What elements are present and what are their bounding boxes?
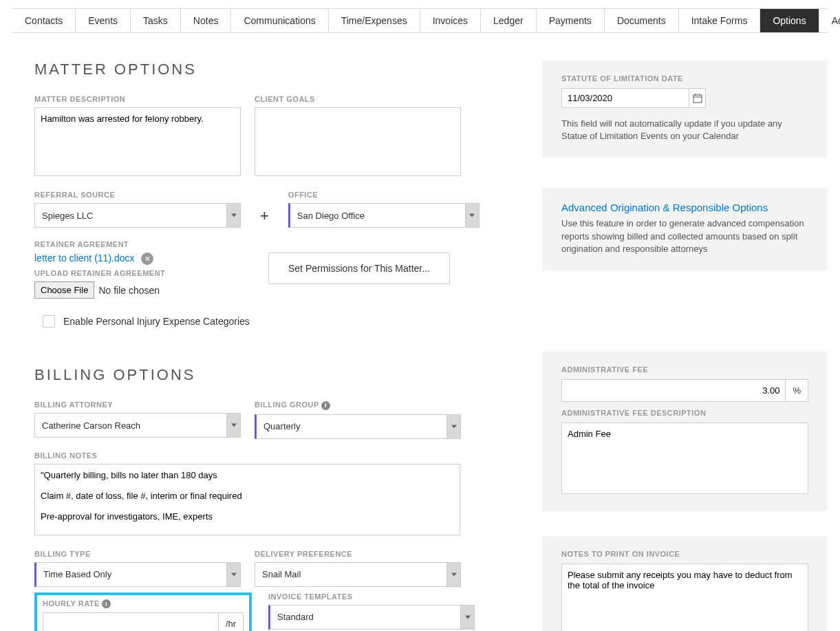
advanced-origination-link[interactable]: Advanced Origination & Responsible Optio… [561,202,808,213]
invoice-notes-label: NOTES TO PRINT ON INVOICE [561,550,808,558]
pi-expense-checkbox-label: Enable Personal Injury Expense Categorie… [63,316,250,327]
hourly-rate-suffix: /hr [219,612,244,631]
billing-type-select[interactable]: Time Based Only [34,562,227,587]
admin-fee-input[interactable] [561,379,786,402]
statute-helper-text: This field will not automatically update… [561,118,808,142]
retainer-file-link[interactable]: letter to client (11).docx [34,253,135,264]
tab-communications[interactable]: Communications [231,9,328,32]
invoice-templates-select[interactable]: Standard [268,605,461,630]
svg-marker-0 [231,214,237,217]
billing-type-dropdown-icon[interactable] [227,562,241,587]
remove-retainer-icon[interactable]: ✕ [141,253,153,265]
invoice-notes-input[interactable]: Please submit any receipts you may have … [561,564,808,631]
matter-options-heading: MATTER OPTIONS [34,61,508,78]
hourly-increment-highlight: HOURLY RATEi /hr INCREMENT min [34,592,252,631]
matter-description-input[interactable]: Hamilton was arrested for felony robbery… [34,107,241,176]
retainer-agreement-label: RETAINER AGREEMENT [34,240,241,248]
admin-fee-label: ADMINISTRATIVE FEE [561,365,808,374]
calendar-icon[interactable] [689,88,706,108]
add-referral-button[interactable]: + [255,204,274,228]
hourly-rate-label: HOURLY RATEi [43,599,244,609]
office-label: OFFICE [288,191,480,199]
billing-group-dropdown-icon[interactable] [447,414,461,439]
client-goals-input[interactable] [255,107,461,176]
tab-time-expenses[interactable]: Time/Expenses [329,9,420,32]
advanced-options-box: Advanced Origination & Responsible Optio… [542,188,828,270]
admin-fee-box: ADMINISTRATIVE FEE % ADMINISTRATIVE FEE … [542,352,828,511]
billing-attorney-label: BILLING ATTORNEY [34,400,241,409]
info-icon: i [102,599,111,608]
tab-tasks[interactable]: Tasks [131,9,181,32]
svg-marker-6 [465,615,471,619]
billing-group-select[interactable]: Quarterly [255,414,447,439]
svg-marker-4 [231,573,237,576]
svg-marker-1 [469,214,475,217]
invoice-templates-dropdown-icon[interactable] [461,605,475,630]
admin-fee-suffix: % [786,379,808,402]
admin-fee-desc-input[interactable]: Admin Fee [561,423,808,494]
tab-options[interactable]: Options [760,9,819,32]
referral-source-select[interactable]: Spieges LLC [34,203,227,228]
referral-source-label: REFERRAL SOURCE [34,191,241,199]
tab-payments[interactable]: Payments [537,9,605,32]
client-goals-label: CLIENT GOALS [255,95,461,103]
billing-attorney-dropdown-icon[interactable] [227,413,241,438]
billing-type-label: BILLING TYPE [34,550,241,558]
advanced-origination-desc: Use this feature in order to generate ad… [561,217,808,255]
svg-marker-2 [231,424,237,427]
statute-box: STATUTE OF LIMITATION DATE This field wi… [542,61,828,158]
statute-date-input[interactable] [561,88,689,108]
tab-activity-log[interactable]: Activity Log [819,9,840,32]
svg-marker-3 [451,425,457,428]
upload-retainer-label: UPLOAD RETAINER AGREEMENT [34,269,241,277]
billing-attorney-select[interactable]: Catherine Carson Reach [34,413,227,438]
hourly-rate-input[interactable] [43,612,219,631]
invoice-templates-label: INVOICE TEMPLATES [268,592,475,601]
no-file-chosen-text: No file chosen [98,285,160,296]
delivery-preference-select[interactable]: Snail Mail [255,562,447,587]
matter-description-label: MATTER DESCRIPTION [34,95,241,103]
billing-options-heading: BILLING OPTIONS [34,366,508,384]
tab-ledger[interactable]: Ledger [481,9,537,32]
pi-expense-checkbox[interactable] [43,315,55,328]
billing-notes-input[interactable]: "Quarterly billing, bills no later than … [34,464,460,535]
referral-source-dropdown-icon[interactable] [227,203,241,228]
tab-notes[interactable]: Notes [181,9,232,32]
tab-events[interactable]: Events [76,9,131,32]
invoice-notes-box: NOTES TO PRINT ON INVOICE Please submit … [542,536,828,631]
tab-contacts[interactable]: Contacts [12,9,76,32]
tabs-bar: Contacts Events Tasks Notes Communicatio… [12,8,828,33]
billing-group-label: BILLING GROUPi [255,400,461,410]
tab-intake-forms[interactable]: Intake Forms [679,9,761,32]
office-dropdown-icon[interactable] [466,203,480,228]
svg-rect-7 [693,95,702,103]
tab-invoices[interactable]: Invoices [420,9,481,32]
set-permissions-button[interactable]: Set Permissions for This Matter... [268,253,450,284]
delivery-preference-label: DELIVERY PREFERENCE [255,550,461,558]
admin-fee-desc-label: ADMINISTRATIVE FEE DESCRIPTION [561,409,808,417]
choose-file-button[interactable]: Choose File [34,281,94,299]
billing-notes-label: BILLING NOTES [34,451,461,460]
svg-marker-5 [451,573,457,576]
statute-label: STATUTE OF LIMITATION DATE [561,74,808,83]
delivery-preference-dropdown-icon[interactable] [447,562,461,587]
info-icon: i [321,401,330,410]
office-select[interactable]: San Diego Office [288,203,466,228]
tab-documents[interactable]: Documents [605,9,679,32]
